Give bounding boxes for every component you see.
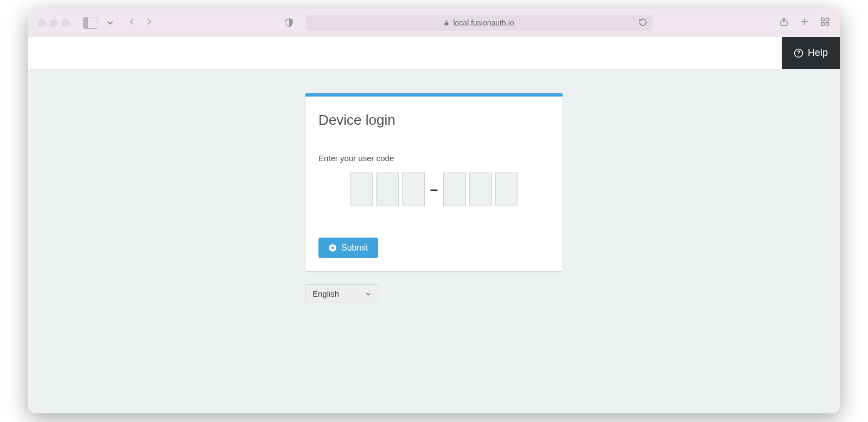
sidebar-toggle-button[interactable]: [83, 15, 98, 30]
forward-button[interactable]: [144, 16, 155, 29]
code-input-3[interactable]: [402, 172, 425, 206]
code-input-1[interactable]: [350, 172, 373, 206]
new-tab-icon[interactable]: [800, 17, 809, 29]
address-text: local.fusionauth.io: [453, 18, 514, 27]
user-code-inputs: –: [318, 172, 550, 206]
browser-chrome: local.fusionauth.io: [28, 9, 840, 37]
code-input-6[interactable]: [495, 172, 518, 206]
chevron-down-icon: [365, 290, 372, 298]
lock-icon: [443, 19, 450, 27]
help-button[interactable]: Help: [782, 37, 840, 69]
language-value: English: [312, 289, 339, 298]
back-button[interactable]: [126, 16, 137, 29]
privacy-shield-icon[interactable]: [282, 15, 297, 30]
question-circle-icon: [794, 48, 803, 58]
submit-label: Submit: [341, 243, 368, 253]
card-title: Device login: [318, 112, 550, 129]
code-input-5[interactable]: [469, 172, 492, 206]
browser-window: local.fusionauth.io Help Device login E: [28, 9, 840, 413]
reload-icon[interactable]: [639, 18, 647, 28]
svg-rect-6: [821, 23, 824, 25]
minimize-window-button[interactable]: [50, 20, 57, 27]
help-label: Help: [808, 47, 828, 59]
code-input-2[interactable]: [376, 172, 399, 206]
svg-rect-7: [826, 23, 829, 25]
submit-button[interactable]: Submit: [318, 238, 378, 258]
app-header: Help: [28, 37, 840, 69]
code-input-4[interactable]: [443, 172, 466, 206]
code-instruction: Enter your user code: [318, 154, 550, 163]
code-separator: –: [428, 181, 440, 198]
svg-point-9: [798, 55, 799, 55]
share-icon[interactable]: [779, 16, 789, 29]
app-body: Device login Enter your user code – Subm…: [28, 69, 840, 413]
language-select[interactable]: English: [305, 284, 379, 303]
traffic-lights: [38, 20, 69, 27]
close-window-button[interactable]: [38, 20, 45, 27]
arrow-right-icon: [328, 244, 337, 252]
svg-rect-5: [826, 18, 829, 21]
maximize-window-button[interactable]: [62, 20, 69, 27]
svg-rect-0: [445, 23, 449, 25]
tab-overview-icon[interactable]: [820, 17, 830, 29]
address-bar[interactable]: local.fusionauth.io: [305, 15, 653, 31]
device-login-card: Device login Enter your user code – Subm…: [305, 93, 563, 271]
svg-rect-4: [821, 18, 824, 21]
tab-group-dropdown[interactable]: [103, 15, 118, 30]
